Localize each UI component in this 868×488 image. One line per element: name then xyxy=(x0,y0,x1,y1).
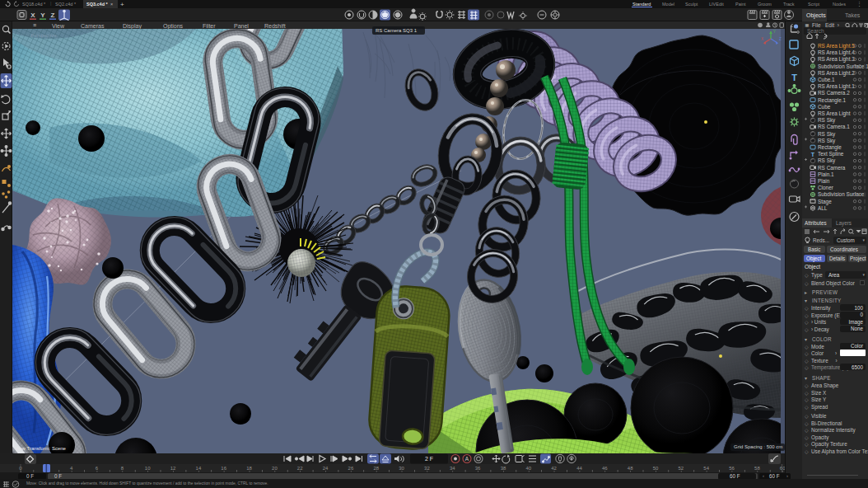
svg-text:Y: Y xyxy=(773,30,776,34)
svg-text:Stage: Stage xyxy=(818,199,832,205)
svg-text:RS Area Light.2: RS Area Light.2 xyxy=(818,70,855,77)
svg-text:Cube.1: Cube.1 xyxy=(818,77,835,82)
svg-text:20: 20 xyxy=(272,466,278,471)
svg-text:A: A xyxy=(465,456,469,462)
svg-text:44: 44 xyxy=(576,466,582,471)
svg-text:24: 24 xyxy=(323,466,329,471)
svg-text:RS Sky: RS Sky xyxy=(818,131,836,138)
svg-text:54: 54 xyxy=(703,466,709,471)
svg-text:RS Sky: RS Sky xyxy=(818,117,836,124)
svg-text:12: 12 xyxy=(170,466,176,471)
svg-text:34: 34 xyxy=(450,466,455,471)
svg-text:48: 48 xyxy=(628,466,633,471)
svg-text:Cloner: Cloner xyxy=(818,185,834,190)
svg-text:58: 58 xyxy=(754,466,760,471)
svg-text:Perspective: Perspective xyxy=(30,33,57,38)
svg-text:RS Area Light.3: RS Area Light.3 xyxy=(818,56,855,63)
svg-text:Subdivision Surface: Subdivision Surface xyxy=(818,191,865,197)
svg-text:30: 30 xyxy=(399,466,404,471)
svg-text:38: 38 xyxy=(501,466,506,471)
svg-text:Subdivision Surface.1: Subdivision Surface.1 xyxy=(818,63,868,69)
svg-text:RS Area Light.5: RS Area Light.5 xyxy=(818,43,855,49)
svg-text:RS Camera: RS Camera xyxy=(818,165,846,171)
svg-text:Cube: Cube xyxy=(818,104,831,110)
svg-text:40: 40 xyxy=(525,466,531,471)
svg-text:26: 26 xyxy=(348,466,354,471)
svg-text:56: 56 xyxy=(729,466,735,471)
svg-text:RS Area Light: RS Area Light xyxy=(818,110,851,117)
svg-text:Objects: Objects xyxy=(806,12,826,19)
svg-text:Plain.1: Plain.1 xyxy=(818,171,834,177)
svg-text:46: 46 xyxy=(602,466,608,471)
svg-text:RS Sky: RS Sky xyxy=(818,157,836,164)
svg-text:RS Area Light.4: RS Area Light.4 xyxy=(818,49,855,56)
svg-text:Takes: Takes xyxy=(845,12,861,18)
svg-text:RS Camera.2: RS Camera.2 xyxy=(818,90,850,96)
svg-text:X: X xyxy=(30,12,35,19)
svg-text:RS Area Light.1: RS Area Light.1 xyxy=(818,83,855,90)
svg-text:T: T xyxy=(791,73,797,82)
svg-text:X: X xyxy=(761,37,763,41)
svg-text:50: 50 xyxy=(653,466,659,471)
svg-text:Y: Y xyxy=(40,12,45,19)
svg-text:14: 14 xyxy=(196,466,202,471)
svg-text:18: 18 xyxy=(246,466,252,471)
svg-text:36: 36 xyxy=(475,466,481,471)
svg-text:Rectangle: Rectangle xyxy=(818,144,842,151)
svg-text:ALL: ALL xyxy=(818,205,828,211)
svg-text:42: 42 xyxy=(551,466,557,471)
svg-text:Z: Z xyxy=(51,12,55,19)
svg-text:52: 52 xyxy=(678,466,684,471)
svg-text:2 F: 2 F xyxy=(425,456,433,462)
svg-text:T: T xyxy=(811,152,815,157)
svg-text:28: 28 xyxy=(373,466,379,471)
svg-text:Text Spline: Text Spline xyxy=(818,151,844,157)
svg-text:Z: Z xyxy=(779,37,782,41)
svg-text:32: 32 xyxy=(424,466,430,471)
svg-text:Plain: Plain xyxy=(818,178,830,184)
svg-text:16: 16 xyxy=(221,466,226,471)
svg-text:RS Sky: RS Sky xyxy=(818,138,836,144)
svg-text:10: 10 xyxy=(145,466,151,471)
svg-text:RS Camera.1: RS Camera.1 xyxy=(818,124,850,129)
svg-text:Rectangle.1: Rectangle.1 xyxy=(818,97,847,104)
svg-text:22: 22 xyxy=(297,466,303,471)
svg-text:60: 60 xyxy=(780,466,785,471)
